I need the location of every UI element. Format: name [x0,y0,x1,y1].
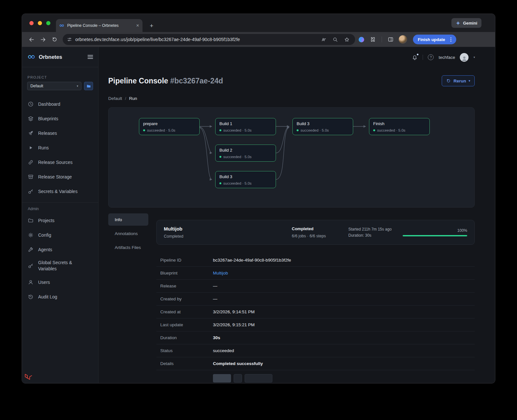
pipeline-node-build-1[interactable]: Build 1 succeeded · 5.0s [215,118,276,135]
window-zoom-button[interactable] [46,21,50,25]
blueprint-link[interactable]: Multijob [213,271,228,275]
chevron-down-icon[interactable]: ▾ [473,56,475,59]
gemini-button[interactable]: Gemini [451,18,481,28]
account-name[interactable]: techface [438,55,455,60]
sidebar-item-release-sources[interactable]: Release Sources [22,155,98,169]
pipeline-node-finish[interactable]: Finish succeeded · 5.0s [369,118,430,135]
wrench-icon [28,247,34,253]
node-title: Build 3 [219,174,272,179]
tab-info[interactable]: Info [108,213,148,226]
summary-status-column: Completed 6/6 jobs · 6/6 steps [292,226,348,238]
key-icon [28,263,34,269]
browser-tab[interactable]: Pipeline Console – Orbnetes ✕ [56,19,142,32]
translate-icon[interactable] [319,34,328,45]
project-folder-button[interactable] [84,82,93,90]
finish-update-button[interactable]: Finish update ⋮ [413,35,456,44]
user-avatar[interactable] [460,53,469,62]
sidebar-item-label: Runs [38,145,49,150]
sidebar-item-label: Dashboard [38,102,60,107]
site-settings-icon[interactable] [67,37,72,42]
reload-button[interactable] [49,34,60,45]
status-dot-icon [143,129,145,131]
pipeline-node-build-3[interactable]: Build 3 succeeded · 5.0s [215,171,276,188]
clipped-toolbar-button[interactable] [213,374,231,382]
sidebar-item-secrets-variables[interactable]: Secrets & Variables [22,184,98,199]
find-icon[interactable] [331,34,339,45]
sidebar-item-runs[interactable]: Runs [22,140,98,155]
tab-close-icon[interactable]: ✕ [136,23,139,28]
forward-button[interactable] [37,34,48,45]
rerun-button[interactable]: Rerun ▾ [442,75,475,86]
bookmark-star-icon[interactable] [343,34,351,45]
node-title: Build 2 [219,148,272,153]
extension-colored-icon[interactable] [356,34,367,45]
sidebar-item-users[interactable]: Users [22,275,98,289]
page-title-text: Pipeline Console [108,77,168,85]
pipeline-graph-canvas[interactable]: prepare succeeded · 5.0s Build 1 succeed… [108,107,475,208]
breadcrumb-project[interactable]: Default [108,96,122,101]
clipped-toolbar-button[interactable] [234,374,242,382]
run-info-section: Info Annotations Artifacts Files Multijo… [108,213,475,382]
progress-bar-fill [403,235,467,236]
detail-value: 3/2/2026, 9:14:51 PM [213,309,255,314]
sidebar-item-agents[interactable]: Agents [22,242,98,257]
pipeline-node-prepare[interactable]: prepare succeeded · 5.0s [139,118,200,135]
sidebar-item-config[interactable]: Config [22,228,98,242]
detail-label: Duration [160,335,213,340]
app-topbar: ? techface ▾ [99,47,495,68]
status-dot-icon [219,129,221,131]
hamburger-menu-icon[interactable] [88,57,93,57]
chevron-down-icon: ▾ [77,84,78,88]
detail-label: Status [160,348,213,353]
status-dot-icon [219,182,221,184]
rocket-icon [28,130,34,136]
corner-brand-icon[interactable] [24,373,33,382]
topbar-divider [423,55,423,60]
sidebar-item-label: Releases [38,131,57,136]
breadcrumb-separator: / [125,96,126,101]
url-text[interactable]: orbnetes.dev.techface.us/job/pipeline/li… [75,37,316,42]
pipeline-node-build-3b[interactable]: Build 3 succeeded · 5.0s [292,118,353,135]
gear-icon [28,232,34,238]
sidebar-item-projects[interactable]: Projects [22,213,98,228]
sidebar-item-blueprints[interactable]: Blueprints [22,111,98,126]
sidebar-item-label: Projects [38,218,55,223]
sidebar-item-audit-log[interactable]: Audit Log [22,289,98,304]
back-button[interactable] [26,34,37,45]
help-icon[interactable]: ? [428,54,434,60]
sidebar-item-label: Release Sources [38,160,73,165]
tab-annotations[interactable]: Annotations [108,227,148,240]
browser-menu-kebab-icon[interactable]: ⋮ [448,37,454,42]
detail-value: succeeded [213,348,234,353]
table-row: Details Completed successfully [156,357,475,370]
clipped-toolbar-button[interactable] [245,374,272,382]
table-row: Status succeeded [156,344,475,357]
new-tab-button[interactable]: + [147,22,156,30]
sidebar-item-release-storage[interactable]: Release Storage [22,169,98,184]
status-dot-icon [219,156,221,158]
project-select[interactable]: Default ▾ [27,82,81,90]
table-row: Release — [156,280,475,293]
extensions-puzzle-icon[interactable] [367,34,378,45]
pipeline-node-build-2[interactable]: Build 2 succeeded · 5.0s [215,145,276,162]
run-state: Completed [164,234,292,239]
sidebar-item-global-secrets-variables[interactable]: Global Secrets & Variables [22,257,98,275]
sidebar-item-dashboard[interactable]: Dashboard [22,97,98,111]
sidebar-item-label: Audit Log [38,294,57,299]
tab-artifacts-files[interactable]: Artifacts Files [108,241,148,253]
window-minimize-button[interactable] [38,21,42,25]
browser-profile-avatar[interactable] [399,35,407,44]
run-details-table: Pipeline ID bc3267ae-24de-49af-90c8-b905… [156,254,475,370]
detail-label: Blueprint [160,271,213,275]
window-close-button[interactable] [29,21,34,25]
side-panel-icon[interactable] [385,34,396,45]
url-bar[interactable]: orbnetes.dev.techface.us/job/pipeline/li… [63,34,355,45]
sidebar-item-releases[interactable]: Releases [22,126,98,140]
detail-value: bc3267ae-24de-49af-90c8-b905f1b3f2fe [213,258,291,263]
table-row: Last update 3/2/2026, 9:15:21 PM [156,318,475,331]
node-title: Build 3 [297,121,349,126]
notifications-bell-icon[interactable] [412,54,418,60]
node-status: succeeded · 5.0s [301,128,329,132]
toolbar-divider [382,37,382,42]
table-row: Pipeline ID bc3267ae-24de-49af-90c8-b905… [156,254,475,267]
